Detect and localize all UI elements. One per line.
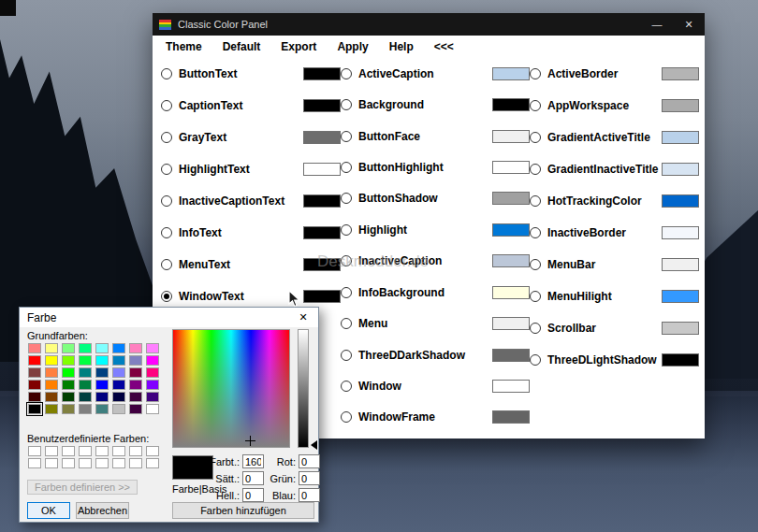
radio-gradientactivetitle[interactable] — [530, 132, 541, 143]
basic-color-cell[interactable] — [28, 355, 41, 366]
basic-color-cell[interactable] — [112, 392, 125, 402]
swatch-menu[interactable] — [492, 317, 530, 330]
radio-buttontext[interactable] — [161, 68, 172, 79]
basic-color-cell[interactable] — [95, 355, 109, 366]
basic-color-cell[interactable] — [146, 404, 159, 414]
luminance-slider[interactable] — [298, 329, 309, 448]
basic-color-cell[interactable] — [95, 392, 109, 402]
basic-color-cell[interactable] — [79, 392, 92, 402]
custom-color-cell[interactable] — [129, 458, 142, 468]
field-input-rot[interactable] — [299, 454, 320, 468]
swatch-graytext[interactable] — [303, 131, 341, 144]
swatch-activecaption[interactable] — [492, 67, 530, 80]
swatch-highlighttext[interactable] — [303, 163, 341, 176]
custom-color-cell[interactable] — [62, 458, 75, 468]
basic-color-cell[interactable] — [79, 343, 92, 353]
basic-color-cell[interactable] — [28, 367, 41, 378]
basic-color-cell[interactable] — [129, 404, 142, 414]
swatch-background[interactable] — [492, 98, 530, 111]
swatch-scrollbar[interactable] — [662, 322, 699, 335]
basic-color-cell[interactable] — [146, 380, 159, 390]
field-input-stt[interactable] — [242, 471, 264, 485]
swatch-highlight[interactable] — [492, 223, 530, 237]
basic-color-cell[interactable] — [45, 367, 58, 378]
basic-color-cell[interactable] — [62, 355, 75, 366]
swatch-threedlightshadow[interactable] — [662, 353, 699, 367]
basic-color-cell[interactable] — [112, 355, 125, 366]
radio-inactiveborder[interactable] — [530, 227, 541, 238]
swatch-threeddarkshadow[interactable] — [492, 349, 530, 362]
custom-color-cell[interactable] — [95, 458, 109, 468]
radio-captiontext[interactable] — [161, 100, 172, 111]
custom-color-cell[interactable] — [129, 446, 142, 456]
basic-color-cell[interactable] — [62, 380, 75, 390]
basic-color-cell[interactable] — [129, 343, 142, 353]
custom-color-cell[interactable] — [62, 446, 75, 456]
radio-background[interactable] — [341, 99, 352, 110]
custom-color-cell[interactable] — [95, 446, 109, 456]
swatch-buttonface[interactable] — [492, 130, 530, 143]
basic-color-cell[interactable] — [79, 355, 92, 366]
field-input-hell[interactable] — [242, 488, 264, 502]
basic-color-cell[interactable] — [45, 343, 58, 353]
custom-color-cell[interactable] — [28, 446, 41, 456]
basic-color-cell[interactable] — [45, 380, 58, 390]
swatch-menutext[interactable] — [303, 258, 341, 271]
swatch-buttonhighlight[interactable] — [492, 161, 530, 174]
radio-buttonface[interactable] — [341, 131, 352, 142]
custom-color-cell[interactable] — [112, 446, 125, 456]
custom-color-cell[interactable] — [45, 446, 58, 456]
basic-color-cell[interactable] — [112, 380, 125, 390]
swatch-gradientactivetitle[interactable] — [662, 131, 699, 144]
swatch-hottrackingcolor[interactable] — [662, 194, 699, 208]
menu-item-collapse[interactable]: <<< — [434, 40, 454, 53]
radio-threedlightshadow[interactable] — [530, 354, 541, 366]
cancel-button[interactable]: Abbrechen — [76, 502, 129, 519]
basic-color-cell[interactable] — [62, 343, 75, 353]
field-input-blau[interactable] — [299, 488, 320, 502]
farbe-close-icon[interactable]: ✕ — [288, 308, 318, 327]
radio-menu[interactable] — [341, 318, 352, 329]
basic-color-cell[interactable] — [129, 392, 142, 402]
radio-hottrackingcolor[interactable] — [530, 195, 541, 207]
swatch-gradientinactivetitle[interactable] — [662, 163, 699, 176]
minimize-button[interactable]: — — [641, 13, 673, 36]
radio-highlight[interactable] — [341, 224, 352, 236]
radio-window[interactable] — [341, 381, 352, 392]
radio-appworkspace[interactable] — [530, 100, 541, 111]
basic-color-cell[interactable] — [146, 367, 159, 378]
basic-color-cell[interactable] — [79, 404, 92, 414]
basic-color-cell[interactable] — [45, 404, 58, 414]
basic-color-cell[interactable] — [28, 380, 41, 390]
radio-windowtext[interactable] — [161, 291, 172, 302]
radio-threeddarkshadow[interactable] — [341, 350, 352, 361]
basic-color-cell[interactable] — [28, 404, 41, 414]
swatch-buttontext[interactable] — [303, 67, 341, 80]
custom-color-cell[interactable] — [79, 446, 92, 456]
basic-color-cell[interactable] — [45, 355, 58, 366]
basic-color-cell[interactable] — [62, 404, 75, 414]
basic-color-cell[interactable] — [95, 367, 109, 378]
basic-color-cell[interactable] — [45, 392, 58, 402]
radio-windowframe[interactable] — [341, 411, 352, 423]
luminance-slider-arrow-icon[interactable] — [311, 440, 317, 450]
swatch-inactivecaption[interactable] — [492, 254, 530, 267]
basic-color-cell[interactable] — [146, 355, 159, 366]
swatch-window[interactable] — [492, 380, 530, 393]
menu-item-theme[interactable]: Theme — [166, 40, 202, 53]
radio-menuhilight[interactable] — [530, 291, 541, 302]
basic-color-cell[interactable] — [129, 380, 142, 390]
radio-inactivecaption[interactable] — [341, 255, 352, 266]
basic-color-cell[interactable] — [112, 367, 125, 378]
radio-activecaption[interactable] — [341, 68, 352, 79]
custom-color-cell[interactable] — [45, 458, 58, 468]
basic-color-cell[interactable] — [28, 392, 41, 402]
define-colors-button[interactable]: Farben definieren >> — [27, 480, 138, 495]
swatch-captiontext[interactable] — [303, 99, 341, 112]
swatch-inactivecaptiontext[interactable] — [303, 194, 341, 208]
basic-color-cell[interactable] — [62, 367, 75, 378]
add-colors-button[interactable]: Farben hinzufügen — [172, 502, 314, 519]
field-input-grn[interactable] — [299, 471, 320, 485]
basic-color-cell[interactable] — [95, 380, 109, 390]
window-titlebar[interactable]: Classic Color Panel — ✕ — [153, 13, 705, 36]
